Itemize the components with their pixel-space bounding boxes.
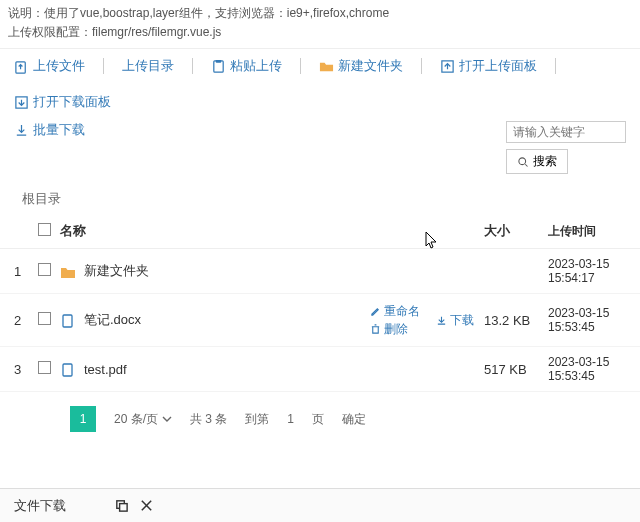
paste-upload-button[interactable]: 粘贴上传 <box>211 57 282 75</box>
panel-up-icon <box>440 59 455 74</box>
file-icon <box>60 363 76 377</box>
note-line-2: 上传权限配置：filemgr/res/filemgr.vue.js <box>8 23 632 42</box>
page-total: 共 3 条 <box>190 411 227 428</box>
download-icon <box>14 123 29 138</box>
row-size: 13.2 KB <box>484 313 548 328</box>
batch-download-button[interactable]: 批量下载 <box>14 121 85 139</box>
page-jump-label: 到第 <box>245 411 269 428</box>
table-row: 1新建文件夹2023-03-15 15:54:17 <box>0 249 640 294</box>
search-button-label: 搜索 <box>533 153 557 170</box>
rename-button[interactable]: 重命名 <box>370 302 436 320</box>
download-button[interactable]: 下载 <box>436 312 474 329</box>
row-index: 3 <box>14 362 38 377</box>
col-size-header: 大小 <box>484 222 548 240</box>
toolbar-separator <box>192 58 193 74</box>
rename-label: 重命名 <box>384 302 420 320</box>
upload-dir-label: 上传目录 <box>122 57 174 75</box>
delete-label: 删除 <box>384 320 408 338</box>
chevron-down-icon <box>162 414 172 424</box>
download-label: 下载 <box>450 312 474 329</box>
row-name-label: 笔记.docx <box>84 312 141 327</box>
folder-icon <box>60 265 76 279</box>
toolbar-separator <box>103 58 104 74</box>
note-line-1: 说明：使用了vue,boostrap,layer组件，支持浏览器：ie9+,fi… <box>8 4 632 23</box>
row-index: 1 <box>14 264 38 279</box>
upload-file-button[interactable]: 上传文件 <box>14 57 85 75</box>
row-size: 517 KB <box>484 362 548 377</box>
col-time-header: 上传时间 <box>548 223 626 240</box>
upload-file-icon <box>14 59 29 74</box>
toolbar-separator <box>421 58 422 74</box>
row-checkbox[interactable] <box>38 263 60 279</box>
panel-down-icon <box>14 95 29 110</box>
svg-rect-2 <box>216 60 222 63</box>
row-name-cell[interactable]: 新建文件夹 <box>60 262 370 280</box>
row-download: 下载 <box>436 312 484 329</box>
upload-file-label: 上传文件 <box>33 57 85 75</box>
svg-point-5 <box>519 158 526 165</box>
page-size-select[interactable]: 20 条/页 <box>114 411 172 428</box>
row-name-cell[interactable]: 笔记.docx <box>60 311 370 329</box>
svg-rect-7 <box>63 364 72 376</box>
search-icon <box>517 156 529 168</box>
batch-download-label: 批量下载 <box>33 121 85 139</box>
row-time: 2023-03-15 15:53:45 <box>548 355 626 383</box>
new-folder-label: 新建文件夹 <box>338 57 403 75</box>
page-size-label: 20 条/页 <box>114 411 158 428</box>
page-unit: 页 <box>312 411 324 428</box>
new-folder-button[interactable]: 新建文件夹 <box>319 57 403 75</box>
trash-icon <box>370 324 381 335</box>
toolbar-row-2: 批量下载 搜索 <box>0 119 640 180</box>
row-time: 2023-03-15 15:53:45 <box>548 306 626 334</box>
search-area: 搜索 <box>506 121 626 174</box>
table-header: 名称 大小 上传时间 <box>0 214 640 249</box>
file-icon <box>60 314 76 328</box>
open-download-panel-label: 打开下载面板 <box>33 93 111 111</box>
svg-rect-6 <box>63 315 72 327</box>
toolbar-separator <box>300 58 301 74</box>
close-icon[interactable] <box>139 498 154 513</box>
row-index: 2 <box>14 313 38 328</box>
paste-upload-label: 粘贴上传 <box>230 57 282 75</box>
row-actions: 重命名删除 <box>370 302 436 338</box>
toolbar: 上传文件 上传目录 粘贴上传 新建文件夹 打开上传面板 打开下载面板 <box>0 49 640 119</box>
delete-button[interactable]: 删除 <box>370 320 436 338</box>
breadcrumb[interactable]: 根目录 <box>0 180 640 214</box>
row-checkbox[interactable] <box>38 312 60 328</box>
folder-icon <box>319 59 334 74</box>
clipboard-icon <box>211 59 226 74</box>
page-current[interactable]: 1 <box>70 406 96 432</box>
table-row: 3test.pdf517 KB2023-03-15 15:53:45 <box>0 347 640 392</box>
edit-icon <box>370 306 381 317</box>
open-upload-panel-button[interactable]: 打开上传面板 <box>440 57 537 75</box>
pager: 1 20 条/页 共 3 条 到第 1 页 确定 <box>0 392 640 446</box>
search-button[interactable]: 搜索 <box>506 149 568 174</box>
table-body: 1新建文件夹2023-03-15 15:54:172笔记.docx重命名删除下载… <box>0 249 640 392</box>
download-bar-title: 文件下载 <box>14 497 66 515</box>
page-jump-value[interactable]: 1 <box>287 412 294 426</box>
search-input[interactable] <box>506 121 626 143</box>
open-upload-panel-label: 打开上传面板 <box>459 57 537 75</box>
download-icon <box>436 315 447 326</box>
page-confirm[interactable]: 确定 <box>342 411 366 428</box>
restore-icon[interactable] <box>114 498 129 513</box>
header-notes: 说明：使用了vue,boostrap,layer组件，支持浏览器：ie9+,fi… <box>0 0 640 49</box>
download-bar: 文件下载 <box>0 488 640 522</box>
row-time: 2023-03-15 15:54:17 <box>548 257 626 285</box>
col-name-header: 名称 <box>60 222 370 240</box>
table-row: 2笔记.docx重命名删除下载13.2 KB2023-03-15 15:53:4… <box>0 294 640 347</box>
svg-rect-9 <box>120 504 128 512</box>
toolbar-separator <box>555 58 556 74</box>
row-name-label: 新建文件夹 <box>84 263 149 278</box>
row-checkbox[interactable] <box>38 361 60 377</box>
open-download-panel-button[interactable]: 打开下载面板 <box>14 93 111 111</box>
row-name-cell[interactable]: test.pdf <box>60 362 370 378</box>
row-name-label: test.pdf <box>84 362 127 377</box>
upload-dir-button[interactable]: 上传目录 <box>122 57 174 75</box>
col-checkbox-all[interactable] <box>38 223 60 239</box>
